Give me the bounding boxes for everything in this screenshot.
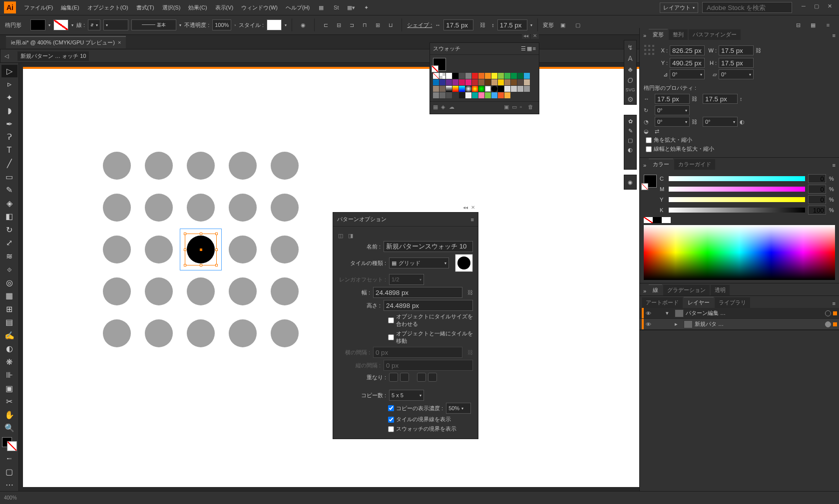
align-vcenter-icon[interactable]: ⊞: [372, 19, 384, 31]
twirl-down-icon[interactable]: ▾: [666, 310, 673, 316]
transform-chevron-icon[interactable]: »: [642, 31, 648, 40]
width-tool[interactable]: ≋: [1, 250, 17, 262]
gradient-tool[interactable]: ▤: [1, 316, 17, 329]
stroke-dropdown-icon[interactable]: ▾: [71, 23, 73, 27]
rotate-input[interactable]: 0°▾: [670, 69, 705, 79]
collapsed-panel-strip-2[interactable]: ✿ ✎ ▢ ◐: [624, 115, 637, 170]
ellipse-h-input[interactable]: [703, 94, 738, 104]
direct-selection-tool[interactable]: ▹: [1, 78, 17, 91]
color-fill-indicator[interactable]: [644, 175, 657, 188]
paragraph-icon[interactable]: ♣: [625, 65, 635, 73]
tab-stroke[interactable]: 線: [649, 284, 662, 295]
show-tile-edge-checkbox[interactable]: タイルの境界線を表示: [388, 416, 451, 423]
black-slider[interactable]: [669, 208, 805, 213]
collapsed-panel-strip-1[interactable]: ↯ A ♣ O SVG ⚙: [624, 40, 637, 105]
panel-close-icon[interactable]: ✕: [531, 32, 539, 39]
layers-menu-icon[interactable]: ≡: [831, 299, 837, 308]
stock-search-input[interactable]: [702, 2, 792, 13]
shaper-tool[interactable]: ◈: [1, 197, 17, 210]
tab-close-icon[interactable]: ×: [118, 39, 121, 45]
shape-more-icon[interactable]: ▾: [530, 23, 532, 27]
magic-wand-tool[interactable]: ✦: [1, 91, 17, 104]
flip-icon[interactable]: ⇄: [655, 128, 664, 135]
hand-tool[interactable]: ✋: [1, 409, 17, 421]
target-icon[interactable]: [825, 310, 831, 316]
graphic-styles-icon[interactable]: ▢: [628, 137, 633, 144]
window-close[interactable]: ✕: [824, 3, 835, 12]
reference-point-selector[interactable]: [644, 44, 656, 56]
color-spectrum[interactable]: [644, 225, 835, 280]
link-wh-icon[interactable]: ⛓: [476, 19, 488, 31]
style-dropdown-icon[interactable]: ▾: [285, 23, 287, 27]
blend-tool[interactable]: ◐: [1, 343, 17, 355]
stock-icon[interactable]: St: [330, 1, 343, 14]
tab-library[interactable]: ライブラリ: [715, 297, 750, 308]
menu-select[interactable]: 選択(S): [158, 2, 185, 13]
shape-properties-link[interactable]: シェイプ :: [407, 21, 432, 29]
screen-mode-tool[interactable]: ▢: [1, 466, 17, 478]
scale-strokes-checkbox[interactable]: [646, 146, 652, 152]
pie-invert-icon[interactable]: ◐: [740, 119, 749, 125]
brush-definition[interactable]: ━━━ 基本: [131, 19, 176, 30]
opacity-arrow-icon[interactable]: ›: [234, 23, 236, 27]
overlap-top-front[interactable]: [417, 373, 426, 382]
w-input[interactable]: [719, 45, 754, 55]
tab-transparency[interactable]: 透明: [711, 285, 730, 295]
y-input[interactable]: [670, 58, 705, 68]
workspace-switcher[interactable]: レイアウト ▾: [660, 2, 698, 13]
stroke-indicator[interactable]: [7, 441, 17, 451]
shape-height-input[interactable]: [497, 19, 527, 30]
align-bottom-icon[interactable]: ⊔: [385, 19, 397, 31]
pattern-options-panel[interactable]: ◂◂ ✕ パターンオプション ≡ ◫ ◨ 名前 : タイルの種類 : ▦ グリッ…: [333, 212, 478, 439]
gear-icon[interactable]: ⚙: [625, 95, 635, 103]
edit-icon[interactable]: ▢: [572, 19, 584, 31]
tab-color[interactable]: カラー: [649, 159, 673, 170]
delete-swatch-icon[interactable]: 🗑: [528, 104, 536, 112]
selection-tool[interactable]: ▷: [1, 65, 17, 77]
current-swatch[interactable]: [433, 58, 446, 71]
yellow-value[interactable]: [808, 195, 826, 204]
shear-input[interactable]: 0°▾: [719, 69, 754, 79]
glyphs-icon[interactable]: ↯: [625, 43, 635, 51]
po-close-icon[interactable]: ✕: [471, 205, 478, 211]
recolor-artwork-icon[interactable]: ◉: [297, 19, 309, 31]
tab-color-guide[interactable]: カラーガイド: [674, 159, 715, 170]
dim-copies-value[interactable]: 50%▾: [446, 403, 471, 414]
free-transform-tool[interactable]: ⟐: [1, 263, 17, 276]
tab-gradient[interactable]: グラデーション: [663, 285, 710, 295]
type-icon[interactable]: A: [625, 54, 635, 62]
align-hcenter-icon[interactable]: ⊟: [333, 19, 345, 31]
menu-window[interactable]: ウィンドウ(W): [237, 2, 282, 13]
white-chip[interactable]: [662, 217, 671, 223]
rectangle-tool[interactable]: ▭: [1, 171, 17, 183]
layer-row-parent[interactable]: 👁 ▾ パターン編集 …: [640, 308, 839, 319]
tile-height-input[interactable]: [384, 300, 473, 311]
target-icon[interactable]: [825, 321, 831, 327]
perspective-tool[interactable]: ▦: [1, 290, 17, 302]
new-group-icon[interactable]: ▭: [512, 104, 520, 112]
tab-pathfinder[interactable]: パスファインダー: [689, 29, 741, 40]
tab-align[interactable]: 整列: [669, 29, 688, 40]
edit-toolbar-icon[interactable]: ⋯: [1, 479, 17, 491]
link-tile-dims-icon[interactable]: ⛓: [467, 289, 473, 295]
stroke-chevron-icon[interactable]: »: [642, 286, 648, 295]
swatches-menu-icon[interactable]: ≡: [533, 45, 536, 52]
fit-tiles-checkbox[interactable]: オブジェクトにタイルサイズを合わせる: [388, 313, 473, 328]
window-minimize[interactable]: ─: [798, 3, 809, 12]
transform-menu-icon[interactable]: ≡: [831, 31, 837, 40]
zoom-tool[interactable]: 🔍: [1, 422, 17, 435]
isolate-icon[interactable]: ▣: [557, 19, 569, 31]
menu-type[interactable]: 書式(T): [132, 2, 158, 13]
stroke-weight-input[interactable]: ⇵▾: [88, 19, 100, 30]
eraser-tool[interactable]: ◧: [1, 211, 17, 223]
lasso-tool[interactable]: ◗: [1, 105, 17, 117]
fill-stroke-indicator[interactable]: [2, 437, 17, 451]
appearance-icon[interactable]: ◉: [628, 179, 633, 186]
type-tool[interactable]: T: [1, 144, 17, 157]
layer-name-child[interactable]: 新規パタ …: [695, 320, 823, 328]
fill-swatch[interactable]: [30, 19, 45, 30]
align-right-icon[interactable]: ⊐: [346, 19, 358, 31]
tile-type-dropdown[interactable]: ▦ グリッド ▾: [389, 257, 449, 268]
menu-object[interactable]: オブジェクト(O): [83, 2, 132, 13]
layer-name-parent[interactable]: パターン編集 …: [686, 309, 823, 317]
